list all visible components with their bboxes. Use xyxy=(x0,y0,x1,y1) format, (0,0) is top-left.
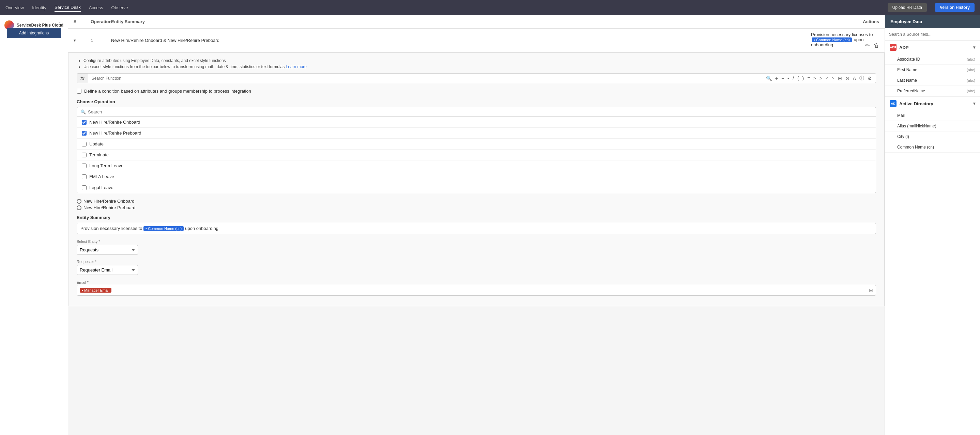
delete-icon[interactable]: 🗑 xyxy=(874,43,879,49)
slash-tool-icon[interactable]: / xyxy=(792,75,795,82)
selected-operations: New Hire/Rehire Onboard New Hire/Rehire … xyxy=(77,198,876,210)
row-entity-chip: ▪ Common Name (cn) xyxy=(812,38,852,42)
expanded-area: Configure attributes using Employee Data… xyxy=(68,52,885,306)
top-nav: Overview Identity Service Desk Access Ob… xyxy=(0,0,980,15)
op-checkbox-long-term-leave[interactable] xyxy=(82,164,87,168)
selected-op-2: New Hire/Rehire Preboard xyxy=(77,205,876,210)
add-integrations-button[interactable]: Add Integrations xyxy=(7,28,61,38)
equals-icon[interactable]: = xyxy=(806,75,811,82)
op-item-new-hire-preboard[interactable]: New Hire/Rehire Preboard xyxy=(77,128,876,139)
adp-collapse-icon[interactable]: ▾ xyxy=(973,45,975,50)
op-item-long-term-leave[interactable]: Long Term Leave xyxy=(77,160,876,171)
op-item-new-hire-onboard[interactable]: New Hire/Rehire Onboard xyxy=(77,117,876,128)
greater-equals2-icon[interactable]: ≥ xyxy=(831,75,835,82)
search-op-icon: 🔍 xyxy=(80,110,86,114)
learn-more-link[interactable]: Learn more xyxy=(286,64,307,69)
op-item-fmla-leave[interactable]: FMLA Leave xyxy=(77,171,876,182)
op-item-update[interactable]: Update xyxy=(77,139,876,149)
col-operation: Operation xyxy=(91,19,111,24)
edit-icon[interactable]: ✏ xyxy=(865,42,870,49)
email-field-wrapper[interactable]: ▪ Manager Email ⊞ xyxy=(77,285,876,296)
content-wrapper: # Operation Entity Summary Actions ▾ 1 N… xyxy=(68,15,885,306)
panel-adp-header[interactable]: ADP ADP ▾ xyxy=(885,41,980,54)
field-preferred-name[interactable]: PreferredName (abc) xyxy=(885,86,980,97)
text-a-icon[interactable]: A xyxy=(852,75,857,82)
clock-icon[interactable]: ⊙ xyxy=(845,75,851,82)
field-common-name[interactable]: Common Name (cn) xyxy=(885,142,980,152)
field-alias[interactable]: Alias (mailNickName) xyxy=(885,121,980,132)
ad-fields: Mail Alias (mailNickName) City (l) Commo… xyxy=(885,110,980,152)
op-checkbox-update[interactable] xyxy=(82,142,87,146)
greater-than-icon[interactable]: > xyxy=(818,75,823,82)
gear-icon[interactable]: ⚙ xyxy=(867,75,873,82)
row-chevron[interactable]: ▾ xyxy=(73,38,91,43)
search-tool-icon[interactable]: 🔍 xyxy=(765,75,773,82)
main-content: # Operation Entity Summary Actions ▾ 1 N… xyxy=(68,15,980,435)
op-checkbox-legal-leave[interactable] xyxy=(82,185,87,190)
select-entity-section: Select Entity * Requests xyxy=(77,240,876,255)
bullet-2: Use excel-style functions from the toolb… xyxy=(83,64,876,69)
op-checkbox-terminate[interactable] xyxy=(82,152,87,157)
entity-summary-box: Provision necessary licenses to ▪ Common… xyxy=(77,223,876,234)
greater-than-equals-icon[interactable]: ≥ xyxy=(812,75,817,82)
email-field-section: Email * ▪ Manager Email ⊞ xyxy=(77,279,876,296)
panel-body: ADP ADP ▾ Associate ID (abc) First Name … xyxy=(885,41,980,435)
field-city[interactable]: City (l) xyxy=(885,132,980,142)
entity-summary-section: Entity Summary Provision necessary licen… xyxy=(77,215,876,234)
op-checkbox-new-hire-preboard[interactable] xyxy=(82,131,87,136)
entity-summary-chip: ▪ Common Name (cn) xyxy=(143,226,184,231)
nav-access[interactable]: Access xyxy=(89,4,103,11)
choose-operation-section: Choose Operation 🔍 New Hire/Rehire Onboa… xyxy=(77,99,876,210)
field-last-name[interactable]: Last Name (abc) xyxy=(885,75,980,86)
less-than-equals-icon[interactable]: ≤ xyxy=(825,75,829,82)
formula-input[interactable] xyxy=(88,74,762,83)
condition-checkbox[interactable] xyxy=(77,89,81,94)
col-entity-summary: Entity Summary xyxy=(111,19,811,24)
radio-op-2 xyxy=(77,205,81,210)
operation-search-input[interactable] xyxy=(88,110,872,114)
grid-icon[interactable]: ⊞ xyxy=(837,75,843,82)
panel-search-input[interactable] xyxy=(889,32,976,37)
op-checkbox-new-hire-onboard[interactable] xyxy=(82,120,87,125)
dot-tool-icon[interactable]: • xyxy=(786,75,790,82)
condition-row: Define a condition based on attributes a… xyxy=(77,89,876,94)
table-layout-icon[interactable]: ⊞ xyxy=(869,287,873,293)
nav-observe[interactable]: Observe xyxy=(111,4,128,11)
col-hash: # xyxy=(73,19,91,24)
nav-service-desk[interactable]: Service Desk xyxy=(54,3,81,12)
email-label: Email * xyxy=(77,280,89,284)
op-item-legal-leave[interactable]: Legal Leave xyxy=(77,182,876,193)
entity-summary-label: Entity Summary xyxy=(77,215,876,220)
field-mail[interactable]: Mail xyxy=(885,110,980,121)
adp-fields: Associate ID (abc) First Name (abc) Last… xyxy=(885,54,980,97)
entity-summary-prefix: Provision necessary licenses to xyxy=(80,226,142,231)
ad-icon: AD xyxy=(890,100,897,107)
plus-tool-icon[interactable]: + xyxy=(774,75,779,82)
open-paren-icon[interactable]: ( xyxy=(796,75,800,82)
ad-collapse-icon[interactable]: ▾ xyxy=(973,101,975,106)
panel-search[interactable] xyxy=(885,28,980,41)
sidebar-menu-dots[interactable]: ⋮ xyxy=(56,21,68,28)
field-first-name[interactable]: First Name (abc) xyxy=(885,65,980,75)
panel-ad-header[interactable]: AD Active Directory ▾ xyxy=(885,97,980,110)
upload-hr-data-button[interactable]: Upload HR Data xyxy=(888,3,927,12)
minus-tool-icon[interactable]: − xyxy=(780,75,785,82)
formula-toolbar: 🔍 + − • / ( ) = ≥ > ≤ ≥ ⊞ ⊙ A ⓘ ⚙ xyxy=(762,75,876,82)
panel-section-adp: ADP ADP ▾ Associate ID (abc) First Name … xyxy=(885,41,980,97)
field-associate-id[interactable]: Associate ID (abc) xyxy=(885,54,980,65)
op-item-terminate[interactable]: Terminate xyxy=(77,149,876,160)
row-operation-text: New Hire/Rehire Onboard & New Hire/Rehir… xyxy=(111,38,811,43)
requester-label: Requester * xyxy=(77,260,876,264)
select-entity-dropdown[interactable]: Requests xyxy=(77,245,138,255)
requester-dropdown[interactable]: Requester Email xyxy=(77,265,138,275)
info-icon[interactable]: ⓘ xyxy=(858,75,865,82)
radio-op-1 xyxy=(77,199,81,204)
panel-header: Employee Data xyxy=(885,15,980,28)
version-history-button[interactable]: Version History xyxy=(935,3,975,12)
choose-operation-title: Choose Operation xyxy=(77,99,876,104)
nav-identity[interactable]: Identity xyxy=(32,4,46,11)
col-actions: Actions xyxy=(811,19,879,24)
close-paren-icon[interactable]: ) xyxy=(802,75,805,82)
nav-overview[interactable]: Overview xyxy=(5,4,24,11)
op-checkbox-fmla-leave[interactable] xyxy=(82,175,87,179)
